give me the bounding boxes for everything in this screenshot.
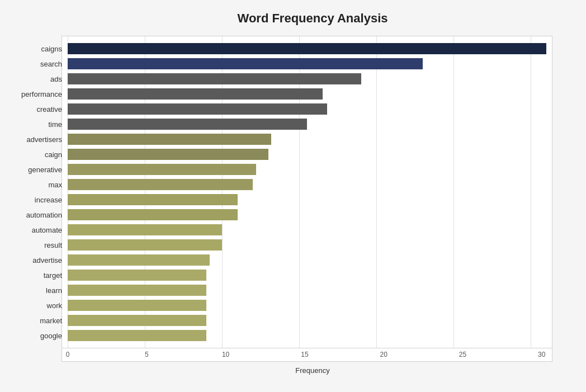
bar-label: work bbox=[12, 301, 68, 310]
x-tick: 10 bbox=[222, 351, 229, 358]
bar bbox=[68, 224, 222, 235]
bar-label: search bbox=[12, 60, 68, 68]
bar bbox=[68, 209, 238, 220]
bar-row: max bbox=[68, 177, 546, 192]
bar-label: advertise bbox=[12, 256, 68, 265]
bar bbox=[68, 134, 271, 145]
bar-row: automate bbox=[68, 223, 546, 237]
bar-row: generative bbox=[68, 162, 546, 177]
bar-label: automate bbox=[12, 226, 68, 234]
bar bbox=[68, 58, 423, 69]
bar-label: google bbox=[12, 332, 68, 340]
bar bbox=[68, 315, 206, 326]
x-axis: 051015202530 bbox=[62, 348, 552, 362]
bar bbox=[68, 254, 210, 266]
bar-label: advertisers bbox=[12, 135, 68, 144]
bar-row: advertise bbox=[68, 253, 546, 267]
bar-row: search bbox=[68, 56, 546, 71]
bar-row: caign bbox=[68, 147, 546, 162]
bar-row: google bbox=[68, 328, 546, 343]
bar bbox=[68, 179, 253, 190]
bar-label: max bbox=[12, 181, 68, 189]
bar bbox=[68, 285, 206, 296]
x-tick: 20 bbox=[380, 351, 387, 358]
bar-label: caigns bbox=[12, 45, 68, 53]
bar-row: ads bbox=[68, 72, 546, 86]
bar-row: increase bbox=[68, 192, 546, 207]
x-axis-label: Frequency bbox=[6, 366, 564, 375]
bar bbox=[68, 119, 307, 130]
bar-label: creative bbox=[12, 105, 68, 114]
bar-row: result bbox=[68, 238, 546, 252]
bar-label: target bbox=[12, 271, 68, 280]
bar-row: caigns bbox=[68, 41, 546, 56]
bar bbox=[68, 43, 546, 54]
bar-row: market bbox=[68, 313, 546, 328]
bar-label: generative bbox=[12, 166, 68, 174]
chart-container: Word Frequency Analysis caignssearchadsp… bbox=[0, 0, 586, 392]
bar-label: time bbox=[12, 120, 68, 129]
bar-label: increase bbox=[12, 196, 68, 204]
bar bbox=[68, 300, 206, 311]
bar-label: learn bbox=[12, 286, 68, 295]
bars-area: caignssearchadsperformancecreativetimead… bbox=[62, 36, 552, 348]
bar-label: automation bbox=[12, 211, 68, 219]
bar-row: performance bbox=[68, 87, 546, 101]
bar bbox=[68, 270, 206, 281]
x-tick: 25 bbox=[459, 351, 466, 358]
x-tick: 0 bbox=[66, 351, 70, 358]
bar-label: ads bbox=[12, 75, 68, 83]
bar-row: advertisers bbox=[68, 132, 546, 147]
bar-label: market bbox=[12, 317, 68, 325]
bar bbox=[68, 239, 222, 251]
x-tick: 30 bbox=[538, 351, 545, 358]
bar-label: caign bbox=[12, 150, 68, 159]
bar bbox=[68, 194, 238, 205]
x-tick: 5 bbox=[145, 351, 149, 358]
bar bbox=[68, 73, 361, 84]
bar-row: work bbox=[68, 298, 546, 313]
bar bbox=[68, 149, 268, 160]
bar-row: creative bbox=[68, 102, 546, 116]
bars-container: caignssearchadsperformancecreativetimead… bbox=[68, 41, 546, 343]
x-tick: 15 bbox=[301, 351, 308, 358]
bar bbox=[68, 103, 327, 115]
bar bbox=[68, 88, 323, 100]
bar bbox=[68, 330, 206, 341]
bar-label: performance bbox=[12, 90, 68, 98]
chart-title: Word Frequency Analysis bbox=[6, 11, 564, 26]
bar-label: result bbox=[12, 241, 68, 249]
bar-row: learn bbox=[68, 283, 546, 297]
bar-row: automation bbox=[68, 207, 546, 222]
bar-row: target bbox=[68, 268, 546, 282]
bar-row: time bbox=[68, 117, 546, 131]
bar bbox=[68, 164, 256, 175]
